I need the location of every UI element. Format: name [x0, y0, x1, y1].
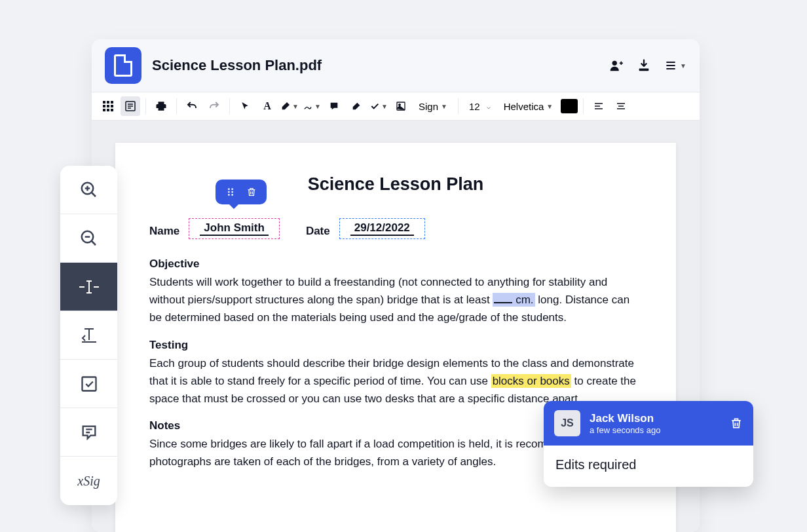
erase-tool-button[interactable] — [347, 96, 366, 116]
header-bar: Science Lesson Plan.pdf ▼ — [92, 39, 700, 92]
align-left-button[interactable] — [589, 96, 609, 116]
font-family-dropdown[interactable]: Helvetica▼ — [498, 101, 559, 112]
objective-text: Students will work together to build a f… — [149, 273, 642, 327]
side-toolbox: xSig — [60, 166, 117, 505]
undo-button[interactable] — [182, 96, 202, 116]
delete-comment-icon[interactable] — [730, 417, 743, 430]
document-title: Science Lesson Plan.pdf — [152, 57, 599, 74]
comment-author: Jack Wilson — [590, 412, 721, 425]
svg-point-13 — [399, 104, 401, 106]
add-user-icon[interactable] — [609, 58, 624, 73]
svg-rect-1 — [639, 69, 649, 71]
text-field-tool[interactable] — [60, 263, 117, 311]
comment-popup: JS Jack Wilson a few seconds ago Edits r… — [544, 401, 753, 487]
sign-dropdown[interactable]: Sign▼ — [413, 101, 453, 112]
svg-point-17 — [232, 191, 234, 193]
color-picker[interactable] — [561, 99, 578, 113]
signature-tool[interactable]: xSig — [60, 457, 117, 505]
svg-rect-2 — [103, 101, 105, 104]
menu-icon[interactable]: ▼ — [664, 59, 686, 72]
comment-timestamp: a few seconds ago — [590, 425, 721, 435]
svg-rect-10 — [111, 109, 113, 111]
cursor-tool-button[interactable] — [235, 96, 255, 116]
testing-heading: Testing — [149, 339, 642, 352]
objective-heading: Objective — [149, 257, 642, 271]
svg-point-16 — [228, 191, 230, 193]
insert-text-tool[interactable] — [60, 311, 117, 360]
date-label: Date — [306, 225, 330, 239]
print-button[interactable] — [151, 96, 171, 116]
svg-rect-7 — [111, 105, 113, 107]
zoom-in-button[interactable] — [60, 166, 117, 214]
svg-point-14 — [228, 188, 230, 190]
draw-tool-button[interactable]: ▼ — [302, 96, 322, 116]
image-tool-button[interactable] — [391, 96, 411, 116]
svg-point-19 — [232, 194, 234, 196]
page-view-button[interactable] — [121, 96, 140, 116]
yellow-highlight[interactable]: blocks or books — [491, 374, 571, 388]
name-field[interactable]: John Smith — [189, 218, 280, 239]
svg-point-18 — [228, 194, 230, 196]
svg-rect-3 — [107, 101, 109, 104]
svg-rect-5 — [103, 105, 105, 107]
font-size-dropdown[interactable]: 12⌵ — [464, 101, 496, 112]
svg-rect-6 — [107, 105, 109, 107]
toolbar: A ▼ ▼ ▼ Sign▼ 12⌵ Helvetica▼ — [92, 92, 700, 121]
name-label: Name — [149, 225, 179, 239]
svg-rect-4 — [111, 101, 113, 104]
highlight-tool-button[interactable]: ▼ — [280, 96, 299, 116]
svg-rect-9 — [107, 109, 109, 111]
delete-field-icon[interactable] — [244, 185, 259, 199]
comment-tool-button[interactable] — [324, 96, 344, 116]
testing-text: Each group of students should describe t… — [149, 354, 642, 408]
avatar: JS — [554, 410, 580, 436]
checkbox-tool[interactable] — [60, 360, 117, 408]
redo-button[interactable] — [204, 96, 224, 116]
date-field[interactable]: 29/12/2022 — [339, 218, 425, 239]
comment-text[interactable]: Edits required — [544, 446, 753, 487]
field-toolbar — [216, 180, 267, 204]
app-logo[interactable] — [105, 47, 141, 84]
svg-rect-22 — [82, 377, 96, 390]
note-tool[interactable] — [60, 408, 117, 457]
drag-handle-icon[interactable] — [223, 185, 238, 199]
grid-view-button[interactable] — [98, 96, 118, 116]
blank-highlight[interactable]: cm. — [493, 293, 535, 307]
text-tool-button[interactable]: A — [257, 96, 277, 116]
zoom-out-button[interactable] — [60, 214, 117, 263]
svg-rect-8 — [103, 109, 105, 111]
align-center-button[interactable] — [611, 96, 631, 116]
check-tool-button[interactable]: ▼ — [369, 96, 388, 116]
svg-point-0 — [612, 61, 617, 66]
download-icon[interactable] — [637, 58, 651, 73]
svg-point-15 — [232, 188, 234, 190]
